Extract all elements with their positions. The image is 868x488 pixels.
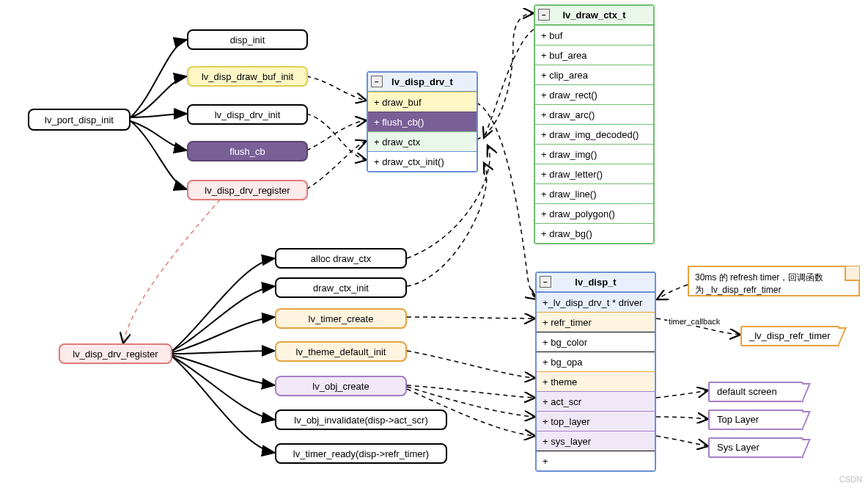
tag-lv-disp-refr-timer: _lv_disp_refr_timer xyxy=(740,326,839,346)
node-label: lv_disp_drv_register xyxy=(205,185,290,196)
tag-sys-layer: Sys Layer xyxy=(708,437,803,458)
node-label: lv_obj_create xyxy=(312,381,369,392)
collapse-icon: − xyxy=(538,9,550,21)
node-label: lv_disp_draw_buf_init xyxy=(202,71,293,82)
class-row: + xyxy=(537,451,655,470)
class-row: + draw_ctx_init() xyxy=(368,151,477,171)
node-lv-port-disp-init: lv_port_disp_init xyxy=(28,109,130,131)
edge-label-timer-callback: timer_callback xyxy=(667,317,721,326)
collapse-icon: − xyxy=(371,76,383,87)
class-row: + draw_img() xyxy=(535,144,653,164)
tag-arrow-inner-icon xyxy=(801,412,809,430)
tag-arrow-inner-icon xyxy=(837,329,845,346)
tag-label: Sys Layer xyxy=(717,442,760,453)
class-row: + draw_bg() xyxy=(535,223,653,243)
class-row: +_lv_disp_drv_t * driver xyxy=(537,292,655,312)
class-title-label: lv_disp_drv_t xyxy=(391,76,453,87)
class-row: + bg_opa xyxy=(537,352,655,371)
node-lv-timer-create: lv_timer_create xyxy=(275,308,407,329)
class-row: + top_layer xyxy=(537,411,655,431)
node-alloc-draw-ctx: alloc draw_ctx xyxy=(275,248,407,269)
watermark: CSDN xyxy=(839,475,862,484)
node-label: lv_theme_default_init xyxy=(296,346,386,357)
node-label: disp_init xyxy=(230,34,265,45)
class-row: + bg_color xyxy=(537,332,655,352)
class-title-label: lv_draw_ctx_t xyxy=(563,10,626,21)
note-refresh-timer: 30ms 的 refresh timer，回调函数 为 _lv_disp_ref… xyxy=(688,266,860,296)
node-draw-ctx-init: draw_ctx_init xyxy=(275,277,407,298)
node-label: draw_ctx_init xyxy=(313,283,369,294)
class-row: + buf_area xyxy=(535,45,653,65)
class-row: + draw_polygon() xyxy=(535,203,653,223)
node-label: lv_port_disp_init xyxy=(45,114,114,125)
node-label: lv_timer_create xyxy=(309,313,374,324)
note-line: 为 _lv_disp_refr_timer xyxy=(695,284,853,296)
tag-top-layer: Top Layer xyxy=(708,409,803,430)
note-line: 30ms 的 refresh timer，回调函数 xyxy=(695,272,853,284)
class-row: + sys_layer xyxy=(537,431,655,451)
node-flush-cb: flush_cb xyxy=(187,141,308,161)
class-row: + draw_img_decoded() xyxy=(535,124,653,144)
node-lv-theme-default-init: lv_theme_default_init xyxy=(275,341,407,362)
class-row: + draw_line() xyxy=(535,183,653,203)
collapse-icon: − xyxy=(540,276,551,288)
class-row: + refr_timer xyxy=(537,312,655,332)
note-fold-icon xyxy=(845,266,859,281)
node-disp-init: disp_init xyxy=(187,29,308,50)
node-label: lv_disp_drv_init xyxy=(215,109,281,120)
node-lv-disp-draw-buf-init: lv_disp_draw_buf_init xyxy=(187,66,308,87)
class-row: + theme xyxy=(537,371,655,391)
tag-arrow-inner-icon xyxy=(801,385,809,402)
tag-arrow-inner-icon xyxy=(801,440,809,458)
node-label: lv_disp_drv_register xyxy=(73,349,158,360)
class-lv-disp-drv-t: − lv_disp_drv_t + draw_buf+ flush_cb()+ … xyxy=(367,71,478,172)
node-lv-disp-drv-init: lv_disp_drv_init xyxy=(187,104,308,125)
node-label: lv_obj_invalidate(disp->act_scr) xyxy=(294,415,427,426)
class-row: + draw_arc() xyxy=(535,104,653,124)
node-lv-obj-invalidate-disp-act-scr-: lv_obj_invalidate(disp->act_scr) xyxy=(275,409,447,430)
node-lv-disp-drv-register: lv_disp_drv_register xyxy=(187,180,308,200)
tag-label: _lv_disp_refr_timer xyxy=(749,330,831,341)
class-row: + act_scr xyxy=(537,391,655,411)
class-title-label: lv_disp_t xyxy=(575,277,616,288)
node-label: flush_cb xyxy=(229,146,265,157)
class-row: + draw_rect() xyxy=(535,84,653,104)
node-lv-timer-ready-disp-refr-timer-: lv_timer_ready(disp->refr_timer) xyxy=(275,443,447,464)
tag-label: Top Layer xyxy=(717,414,759,425)
tag-label: default screen xyxy=(717,386,777,397)
class-row: + draw_buf xyxy=(368,92,477,112)
tag-default-screen: default screen xyxy=(708,382,803,402)
class-lv-draw-ctx-t: − lv_draw_ctx_t + buf+ buf_area+ clip_ar… xyxy=(534,4,655,244)
class-row: + flush_cb() xyxy=(368,112,477,131)
class-row: + buf xyxy=(535,25,653,45)
class-row: + draw_letter() xyxy=(535,164,653,183)
node-label: alloc draw_ctx xyxy=(311,253,371,264)
class-row: + draw_ctx xyxy=(368,131,477,151)
node-lv-disp-drv-register-lower: lv_disp_drv_register xyxy=(59,343,172,364)
node-lv-obj-create: lv_obj_create xyxy=(275,376,407,396)
node-label: lv_timer_ready(disp->refr_timer) xyxy=(293,448,429,459)
class-row: + clip_area xyxy=(535,65,653,84)
class-lv-disp-t: − lv_disp_t +_lv_disp_drv_t * driver+ re… xyxy=(535,272,656,472)
